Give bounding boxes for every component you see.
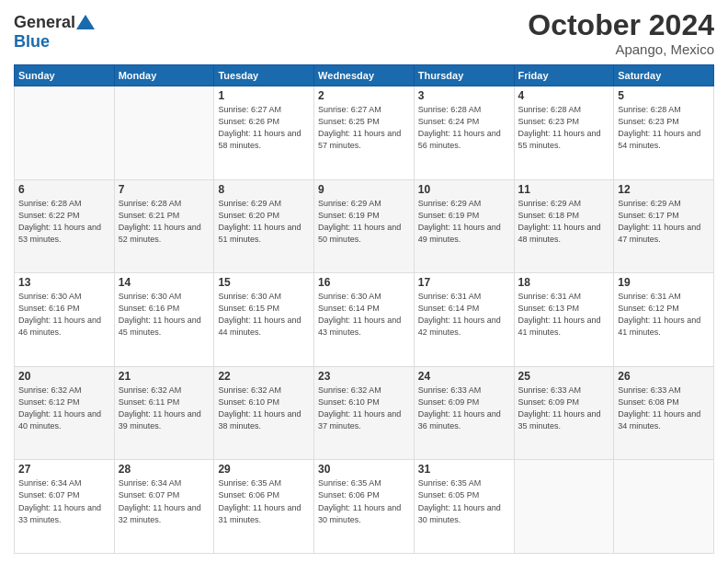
day-info: Sunrise: 6:28 AM Sunset: 6:24 PM Dayligh… (418, 104, 510, 152)
day-info: Sunrise: 6:28 AM Sunset: 6:22 PM Dayligh… (18, 198, 110, 246)
day-number: 22 (218, 370, 310, 383)
day-info: Sunrise: 6:32 AM Sunset: 6:10 PM Dayligh… (218, 385, 310, 432)
day-number: 17 (418, 276, 510, 289)
calendar-day-cell: 2Sunrise: 6:27 AM Sunset: 6:25 PM Daylig… (314, 86, 415, 180)
logo: General Blue (14, 13, 95, 52)
day-info: Sunrise: 6:34 AM Sunset: 6:07 PM Dayligh… (119, 477, 210, 525)
calendar-day-cell: 7Sunrise: 6:28 AM Sunset: 6:21 PM Daylig… (114, 179, 214, 273)
day-number: 6 (18, 183, 110, 196)
day-number: 28 (119, 463, 210, 476)
calendar-day-cell (114, 86, 214, 180)
day-number: 11 (518, 183, 610, 196)
day-number: 10 (418, 183, 510, 196)
calendar-day-cell: 16Sunrise: 6:30 AM Sunset: 6:14 PM Dayli… (314, 273, 415, 367)
calendar-day-cell: 28Sunrise: 6:34 AM Sunset: 6:07 PM Dayli… (114, 460, 214, 554)
calendar-day-cell: 4Sunrise: 6:28 AM Sunset: 6:23 PM Daylig… (514, 86, 614, 180)
day-info: Sunrise: 6:29 AM Sunset: 6:20 PM Dayligh… (218, 198, 310, 246)
day-number: 2 (318, 89, 410, 102)
day-number: 12 (618, 183, 710, 196)
day-info: Sunrise: 6:33 AM Sunset: 6:09 PM Dayligh… (418, 385, 510, 432)
day-info: Sunrise: 6:29 AM Sunset: 6:19 PM Dayligh… (418, 198, 510, 246)
col-saturday: Saturday (614, 65, 714, 86)
calendar-day-cell: 8Sunrise: 6:29 AM Sunset: 6:20 PM Daylig… (214, 179, 314, 273)
day-number: 18 (518, 276, 610, 289)
day-info: Sunrise: 6:35 AM Sunset: 6:06 PM Dayligh… (318, 477, 410, 525)
calendar-day-cell: 25Sunrise: 6:33 AM Sunset: 6:09 PM Dayli… (514, 366, 614, 460)
day-info: Sunrise: 6:33 AM Sunset: 6:09 PM Dayligh… (518, 385, 610, 432)
day-info: Sunrise: 6:33 AM Sunset: 6:08 PM Dayligh… (618, 385, 710, 432)
day-number: 8 (218, 183, 310, 196)
svg-marker-0 (76, 15, 95, 29)
day-info: Sunrise: 6:30 AM Sunset: 6:14 PM Dayligh… (318, 291, 410, 339)
calendar-day-cell: 29Sunrise: 6:35 AM Sunset: 6:06 PM Dayli… (214, 460, 314, 554)
calendar-day-cell (15, 86, 115, 180)
calendar-day-cell: 26Sunrise: 6:33 AM Sunset: 6:08 PM Dayli… (614, 366, 714, 460)
logo-general-text: General (14, 13, 75, 32)
calendar-day-cell: 27Sunrise: 6:34 AM Sunset: 6:07 PM Dayli… (15, 460, 115, 554)
calendar-day-cell: 14Sunrise: 6:30 AM Sunset: 6:16 PM Dayli… (114, 273, 214, 367)
day-number: 19 (618, 276, 710, 289)
calendar-day-cell (514, 460, 614, 554)
calendar-day-cell: 9Sunrise: 6:29 AM Sunset: 6:19 PM Daylig… (314, 179, 415, 273)
day-info: Sunrise: 6:29 AM Sunset: 6:19 PM Dayligh… (318, 198, 410, 246)
day-number: 27 (18, 463, 110, 476)
day-number: 7 (119, 183, 210, 196)
calendar-day-cell: 19Sunrise: 6:31 AM Sunset: 6:12 PM Dayli… (614, 273, 714, 367)
day-number: 4 (518, 89, 610, 102)
col-monday: Monday (114, 65, 214, 86)
day-info: Sunrise: 6:31 AM Sunset: 6:14 PM Dayligh… (418, 291, 510, 339)
col-friday: Friday (514, 65, 614, 86)
day-info: Sunrise: 6:27 AM Sunset: 6:26 PM Dayligh… (218, 104, 310, 152)
calendar-table: Sunday Monday Tuesday Wednesday Thursday… (14, 64, 714, 554)
day-info: Sunrise: 6:30 AM Sunset: 6:16 PM Dayligh… (119, 291, 210, 339)
day-number: 30 (318, 463, 410, 476)
day-number: 16 (318, 276, 410, 289)
calendar-week-row: 13Sunrise: 6:30 AM Sunset: 6:16 PM Dayli… (15, 273, 714, 367)
day-info: Sunrise: 6:35 AM Sunset: 6:06 PM Dayligh… (218, 477, 310, 525)
calendar-week-row: 6Sunrise: 6:28 AM Sunset: 6:22 PM Daylig… (15, 179, 714, 273)
calendar-day-cell: 11Sunrise: 6:29 AM Sunset: 6:18 PM Dayli… (514, 179, 614, 273)
day-number: 5 (618, 89, 710, 102)
calendar-week-row: 27Sunrise: 6:34 AM Sunset: 6:07 PM Dayli… (15, 460, 714, 554)
calendar-day-cell: 10Sunrise: 6:29 AM Sunset: 6:19 PM Dayli… (414, 179, 514, 273)
day-info: Sunrise: 6:34 AM Sunset: 6:07 PM Dayligh… (18, 477, 110, 525)
day-info: Sunrise: 6:30 AM Sunset: 6:15 PM Dayligh… (218, 291, 310, 339)
calendar-header-row: Sunday Monday Tuesday Wednesday Thursday… (15, 65, 714, 86)
day-info: Sunrise: 6:30 AM Sunset: 6:16 PM Dayligh… (18, 291, 110, 339)
calendar-week-row: 1Sunrise: 6:27 AM Sunset: 6:26 PM Daylig… (15, 86, 714, 180)
header: General Blue October 2024 Apango, Mexico (14, 9, 714, 57)
day-number: 1 (218, 89, 310, 102)
day-number: 15 (218, 276, 310, 289)
calendar-day-cell: 30Sunrise: 6:35 AM Sunset: 6:06 PM Dayli… (314, 460, 415, 554)
calendar-day-cell: 18Sunrise: 6:31 AM Sunset: 6:13 PM Dayli… (514, 273, 614, 367)
day-number: 9 (318, 183, 410, 196)
logo-blue-text: Blue (14, 32, 50, 51)
calendar-day-cell: 23Sunrise: 6:32 AM Sunset: 6:10 PM Dayli… (314, 366, 415, 460)
calendar-day-cell: 31Sunrise: 6:35 AM Sunset: 6:05 PM Dayli… (414, 460, 514, 554)
title-block: October 2024 Apango, Mexico (528, 9, 714, 57)
day-number: 24 (418, 370, 510, 383)
day-number: 26 (618, 370, 710, 383)
calendar-day-cell: 1Sunrise: 6:27 AM Sunset: 6:26 PM Daylig… (214, 86, 314, 180)
col-thursday: Thursday (414, 65, 514, 86)
calendar-day-cell: 17Sunrise: 6:31 AM Sunset: 6:14 PM Dayli… (414, 273, 514, 367)
col-sunday: Sunday (15, 65, 115, 86)
day-number: 14 (119, 276, 210, 289)
month-title: October 2024 (528, 9, 714, 41)
day-number: 21 (119, 370, 210, 383)
calendar-day-cell: 15Sunrise: 6:30 AM Sunset: 6:15 PM Dayli… (214, 273, 314, 367)
day-number: 20 (18, 370, 110, 383)
calendar-week-row: 20Sunrise: 6:32 AM Sunset: 6:12 PM Dayli… (15, 366, 714, 460)
calendar-day-cell: 20Sunrise: 6:32 AM Sunset: 6:12 PM Dayli… (15, 366, 115, 460)
day-info: Sunrise: 6:31 AM Sunset: 6:12 PM Dayligh… (618, 291, 710, 339)
calendar-day-cell: 6Sunrise: 6:28 AM Sunset: 6:22 PM Daylig… (15, 179, 115, 273)
calendar-day-cell: 12Sunrise: 6:29 AM Sunset: 6:17 PM Dayli… (614, 179, 714, 273)
day-number: 31 (418, 463, 510, 476)
day-info: Sunrise: 6:32 AM Sunset: 6:11 PM Dayligh… (119, 385, 210, 432)
day-info: Sunrise: 6:32 AM Sunset: 6:12 PM Dayligh… (18, 385, 110, 432)
col-wednesday: Wednesday (314, 65, 415, 86)
day-info: Sunrise: 6:28 AM Sunset: 6:23 PM Dayligh… (518, 104, 610, 152)
location: Apango, Mexico (528, 41, 714, 57)
day-number: 25 (518, 370, 610, 383)
day-number: 29 (218, 463, 310, 476)
